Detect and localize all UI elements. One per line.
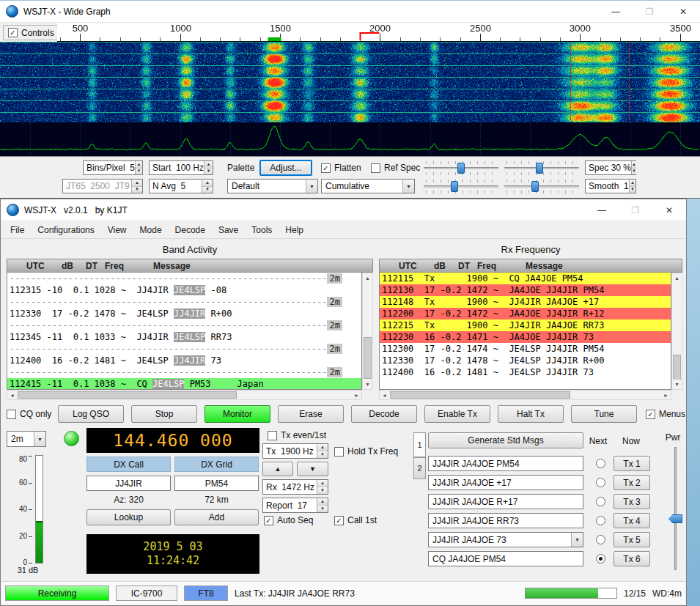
bins-per-pixel-spinner[interactable]: Bins/Pixel 5▲▼ bbox=[83, 160, 143, 175]
decode-row[interactable]: 112115 Tx 1900 ~ CQ JA4JOE PM54 bbox=[380, 273, 671, 284]
decode-row[interactable]: 112415 -11 0.1 1038 ~ CQ JE4LSP PM53Japa… bbox=[7, 378, 361, 390]
tab-1[interactable]: 1 bbox=[413, 432, 426, 457]
decode-row[interactable]: 112345 -11 0.1 1033 ~ JJ4JIR JE4LSP RR73 bbox=[7, 331, 361, 343]
tx-message-4-next-radio[interactable] bbox=[596, 516, 605, 525]
jt65-jt9-split-spinner-arrows[interactable]: ▲▼ bbox=[131, 180, 142, 193]
call-1st-checkbox[interactable]: ✓Call 1st bbox=[334, 515, 377, 525]
lookup-button[interactable]: Lookup bbox=[86, 509, 171, 525]
scroll-up-icon[interactable]: ▲ bbox=[672, 273, 682, 283]
spec-percent-spinner-arrows[interactable]: ▲▼ bbox=[631, 161, 636, 174]
tx-message-5-next-radio[interactable] bbox=[596, 535, 605, 544]
jt65-jt9-split-spinner[interactable]: JT65 2500 JT9▲▼ bbox=[62, 179, 143, 193]
pwr-slider[interactable] bbox=[665, 447, 685, 570]
controls-checkbox[interactable]: ✓ Controls bbox=[3, 25, 59, 40]
tx-message-4-field[interactable]: JJ4JIR JA4JOE RR73 bbox=[428, 513, 583, 528]
vertical-scrollbar[interactable]: ▲ ▼ bbox=[362, 273, 373, 390]
menu-view[interactable]: View bbox=[101, 221, 133, 238]
frequency-scale[interactable] bbox=[57, 23, 700, 42]
horizontal-scrollbar[interactable]: ◄ ► bbox=[379, 390, 671, 400]
auto-seq-checkbox[interactable]: ✓Auto Seq bbox=[264, 515, 313, 525]
smooth-spinner[interactable]: Smooth 1▲▼ bbox=[585, 179, 636, 193]
report-spinner[interactable]: Report 17▲▼ bbox=[262, 498, 328, 513]
cq-only-checkbox[interactable]: CQ only bbox=[7, 409, 51, 419]
palette-combo[interactable]: Default▼ bbox=[227, 179, 318, 193]
waterfall-display[interactable] bbox=[0, 42, 700, 122]
tune-button[interactable]: Tune bbox=[571, 405, 637, 423]
tab-2[interactable]: 2 bbox=[413, 457, 426, 479]
tx-message-2-field[interactable]: JJ4JIR JA4JOE +17 bbox=[428, 475, 583, 490]
tx-message-5-field[interactable]: JJ4JIR JA4JOE 73▼ bbox=[428, 532, 583, 547]
controls-checkbox-box[interactable]: ✓ bbox=[8, 28, 18, 37]
scrollbar-thumb[interactable] bbox=[18, 391, 237, 399]
pwr-slider-handle[interactable] bbox=[668, 514, 682, 523]
spectrum-gain-slider[interactable] bbox=[424, 180, 498, 193]
scroll-down-icon[interactable]: ▼ bbox=[363, 380, 372, 389]
tx-5-button[interactable]: Tx 5 bbox=[614, 532, 650, 547]
scroll-right-icon[interactable]: ► bbox=[661, 391, 671, 399]
menu-file[interactable]: File bbox=[4, 221, 31, 238]
call-1st-checkbox-box[interactable]: ✓ bbox=[334, 516, 344, 525]
spec-percent-spinner[interactable]: Spec 30 %▲▼ bbox=[585, 160, 636, 175]
decode-row[interactable]: 112400 16 -0.2 1481 ~ JE4LSP JJ4JIR 73 bbox=[380, 366, 671, 378]
cq-only-checkbox-box[interactable] bbox=[7, 410, 16, 419]
horizontal-scrollbar[interactable]: ◄ ► bbox=[7, 390, 362, 400]
decode-row[interactable]: 112300 17 -0.2 1474 ~ JE4LSP JJ4JIR PM54 bbox=[380, 343, 671, 355]
generate-std-msgs-button[interactable]: Generate Std Msgs bbox=[428, 432, 583, 448]
tx-message-6-next-radio[interactable] bbox=[596, 554, 605, 563]
decode-row[interactable]: 112148 Tx 1900 ~ JJ4JIR JA4JOE +17 bbox=[380, 296, 671, 308]
tx-message-3-field[interactable]: JJ4JIR JA4JOE R+17 bbox=[428, 494, 583, 509]
waterfall-gain-slider-handle[interactable] bbox=[457, 163, 465, 174]
tx-frequency-spinner-arrows[interactable]: ▲▼ bbox=[317, 444, 328, 458]
auto-seq-checkbox-box[interactable]: ✓ bbox=[264, 516, 273, 525]
tx-3-button[interactable]: Tx 3 bbox=[614, 494, 650, 509]
maximize-icon[interactable]: ❐ bbox=[619, 199, 652, 221]
decode-button[interactable]: Decode bbox=[351, 405, 417, 423]
scroll-left-icon[interactable]: ◄ bbox=[380, 391, 389, 399]
tx-freq-up-button[interactable]: ▲ bbox=[262, 462, 293, 476]
waterfall-zero-slider-handle[interactable] bbox=[536, 163, 543, 174]
bins-per-pixel-spinner-arrows[interactable]: ▲▼ bbox=[135, 161, 142, 174]
tx-freq-down-button[interactable]: ▼ bbox=[297, 462, 328, 476]
waterfall-gain-slider[interactable] bbox=[424, 161, 498, 175]
rx-frequency-spinner[interactable]: Rx 1472 Hz▲▼ bbox=[262, 479, 328, 495]
close-icon[interactable]: ✕ bbox=[666, 1, 700, 22]
menu-save[interactable]: Save bbox=[212, 221, 245, 238]
scrollbar-thumb[interactable] bbox=[673, 355, 681, 383]
menu-help[interactable]: Help bbox=[279, 221, 310, 238]
rx-frequency-list[interactable]: 112115 Tx 1900 ~ CQ JA4JOE PM54112130 17… bbox=[379, 273, 671, 390]
band-activity-list[interactable]: ----------------------------------------… bbox=[7, 273, 362, 390]
scroll-left-icon[interactable]: ◄ bbox=[7, 391, 17, 399]
decode-row[interactable]: 112330 17 -0.2 1478 ~ JE4LSP JJ4JIR R+00 bbox=[7, 308, 361, 319]
decode-row[interactable]: 112330 17 -0.2 1478 ~ JE4LSP JJ4JIR R+00 bbox=[380, 355, 671, 366]
tx-2-button[interactable]: Tx 2 bbox=[614, 475, 650, 490]
adjust-palette-button[interactable]: Adjust... bbox=[259, 160, 312, 176]
hold-tx-freq-checkbox[interactable]: Hold Tx Freq bbox=[334, 446, 398, 457]
hold-tx-freq-checkbox-box[interactable] bbox=[334, 447, 344, 457]
stop-button[interactable]: Stop bbox=[131, 405, 197, 423]
minimize-icon[interactable]: — bbox=[585, 199, 619, 221]
ref-spec-checkbox-box[interactable] bbox=[371, 163, 380, 173]
waterfall-zero-slider[interactable] bbox=[504, 161, 579, 175]
close-icon[interactable]: ✕ bbox=[652, 199, 686, 221]
decode-row[interactable]: 112315 -10 0.1 1028 ~ JJ4JIR JE4LSP -08 bbox=[7, 284, 361, 296]
spectrum-zero-slider-handle[interactable] bbox=[531, 181, 539, 192]
tx-message-6-field[interactable]: CQ JA4JOE PM54 bbox=[428, 551, 583, 566]
add-button[interactable]: Add bbox=[174, 509, 259, 525]
scroll-right-icon[interactable]: ► bbox=[352, 391, 361, 399]
decode-row[interactable]: 112400 16 -0.2 1481 ~ JE4LSP JJ4JIR 73 bbox=[7, 355, 361, 366]
n-avg-spinner[interactable]: N Avg 5▲▼ bbox=[149, 179, 213, 193]
ref-spec-checkbox[interactable]: Ref Spec bbox=[371, 163, 420, 173]
menu-tools[interactable]: Tools bbox=[245, 221, 279, 238]
minimize-icon[interactable]: — bbox=[599, 1, 633, 22]
rx-frequency-spinner-arrows[interactable]: ▲▼ bbox=[317, 480, 328, 494]
decode-row[interactable]: 112230 16 -0.2 1471 ~ JA4JOE JJ4JIR 73 bbox=[380, 331, 671, 343]
scrollbar-thumb[interactable] bbox=[364, 337, 372, 379]
tx-message-1-field[interactable]: JJ4JIR JA4JOE PM54 bbox=[428, 456, 583, 471]
tx-4-button[interactable]: Tx 4 bbox=[614, 513, 650, 528]
tx-even-1st-checkbox-box[interactable] bbox=[268, 431, 277, 440]
wide-graph-titlebar[interactable]: WSJT-X - Wide Graph — ❐ ✕ bbox=[0, 1, 700, 23]
menu-decode[interactable]: Decode bbox=[169, 221, 212, 238]
scroll-down-icon[interactable]: ▼ bbox=[672, 380, 682, 389]
decode-row[interactable]: 112200 17 -0.2 1472 ~ JA4JOE JJ4JIR R+12 bbox=[380, 308, 671, 319]
spectrum-display[interactable] bbox=[0, 122, 700, 156]
